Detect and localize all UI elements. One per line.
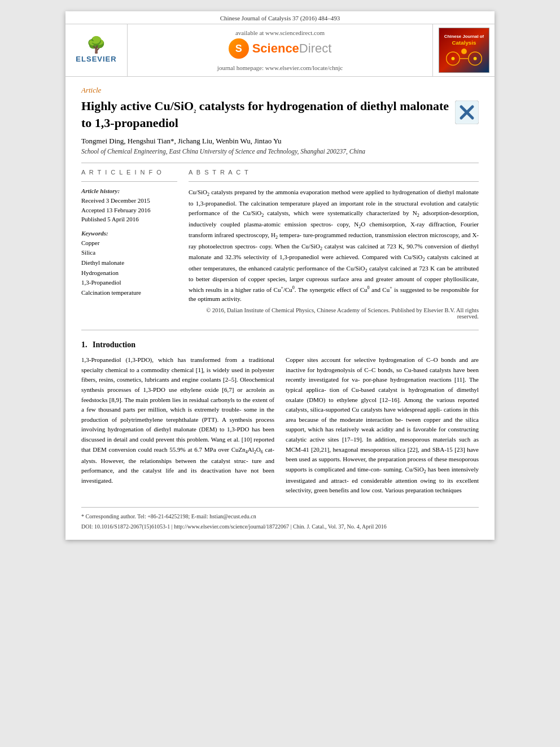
intro-left-column: 1,3-Propanediol (1,3-PDO), which has tra… <box>81 355 274 496</box>
svg-text:Chinese Journal of: Chinese Journal of <box>444 34 484 39</box>
abstract-heading: A B S T R A C T <box>189 169 479 176</box>
paper-title-text: Highly active Cu/SiO2 catalysts for hydr… <box>81 98 449 131</box>
history-label: Article history: <box>81 187 177 194</box>
article-type-label: Article <box>81 86 479 95</box>
corresponding-author-note: * Corresponding author. Tel: +86-21-6425… <box>81 512 479 521</box>
sciencedirect-logo: S ScienceDirect <box>229 38 332 59</box>
journal-header: 🌳 ELSEVIER available at www.sciencedirec… <box>65 24 495 77</box>
keyword-diethyl: Diethyl malonate <box>81 258 177 268</box>
article-info-column: A R T I C L E I N F O Article history: R… <box>81 169 177 320</box>
paper-title-row: Highly active Cu/SiO2 catalysts for hydr… <box>81 98 479 131</box>
catalysis-logo-box: Chinese Journal of Catalysis <box>432 24 495 76</box>
keyword-silica: Silica <box>81 248 177 258</box>
abstract-text: Cu/SiO2 catalysts prepared by the ammoni… <box>189 187 479 304</box>
journal-homepage: journal homepage: www.elsevier.com/locat… <box>217 64 343 71</box>
keyword-calcination: Calcination temperature <box>81 288 177 298</box>
svg-point-7 <box>451 57 454 60</box>
article-info-abstract-row: A R T I C L E I N F O Article history: R… <box>81 169 479 320</box>
authors: Tongmei Ding, Hengshui Tian*, Jichang Li… <box>81 137 479 146</box>
divider-info <box>81 181 177 182</box>
svg-text:Catalysis: Catalysis <box>452 40 476 46</box>
elsevier-logo-box: 🌳 ELSEVIER <box>65 24 128 76</box>
crossmark-icon <box>455 101 479 124</box>
accepted-date: Accepted 13 February 2016 <box>81 206 177 215</box>
keyword-hydrogenation: Hydrogenation <box>81 268 177 278</box>
introduction-body: 1,3-Propanediol (1,3-PDO), which has tra… <box>81 355 479 496</box>
keyword-13pdo: 1,3-Propanediol <box>81 278 177 288</box>
abstract-column: A B S T R A C T Cu/SiO2 catalysts prepar… <box>189 169 479 320</box>
divider-2 <box>81 330 479 330</box>
divider-abstract <box>189 181 479 182</box>
doi-line: DOI: 10.1016/S1872-2067(15)61053-1 | htt… <box>81 522 479 531</box>
received-date: Received 3 December 2015 <box>81 196 177 206</box>
svg-point-6 <box>461 49 467 54</box>
section-number: 1. <box>81 340 88 349</box>
svg-point-8 <box>473 57 476 60</box>
journal-citation: Chinese Journal of Catalysis 37 (2016) 4… <box>220 15 340 21</box>
published-date: Published 5 April 2016 <box>81 215 177 224</box>
introduction-title: 1. Introduction <box>81 340 479 350</box>
crossmark-box <box>455 101 479 124</box>
keywords-label: Keywords: <box>81 230 177 237</box>
elsevier-tree-icon: 🌳 <box>86 37 106 53</box>
page: Chinese Journal of Catalysis 37 (2016) 4… <box>65 11 495 540</box>
journal-middle: available at www.sciencedirect.com S Sci… <box>128 24 432 76</box>
catalysis-journal-image: Chinese Journal of Catalysis <box>439 28 489 73</box>
intro-right-column: Copper sites account for selective hydro… <box>286 355 479 496</box>
sd-logo-text: ScienceDirect <box>252 41 332 56</box>
main-content: Article Highly active Cu/SiO2 catalysts … <box>65 77 495 540</box>
divider-1 <box>81 163 479 163</box>
journal-citation-bar: Chinese Journal of Catalysis 37 (2016) 4… <box>65 11 495 24</box>
affiliation: School of Chemical Engineering, East Chi… <box>81 148 479 155</box>
sd-logo-icon: S <box>229 38 249 59</box>
elsevier-label: ELSEVIER <box>76 55 116 63</box>
sciencedirect-url: available at www.sciencedirect.com <box>235 29 325 36</box>
footnotes: * Corresponding author. Tel: +86-21-6425… <box>81 507 479 531</box>
article-info-heading: A R T I C L E I N F O <box>81 169 177 176</box>
copyright-line: © 2016, Dalian Institute of Chemical Phy… <box>189 307 479 320</box>
section-title-text: Introduction <box>93 340 135 349</box>
keyword-copper: Copper <box>81 238 177 248</box>
